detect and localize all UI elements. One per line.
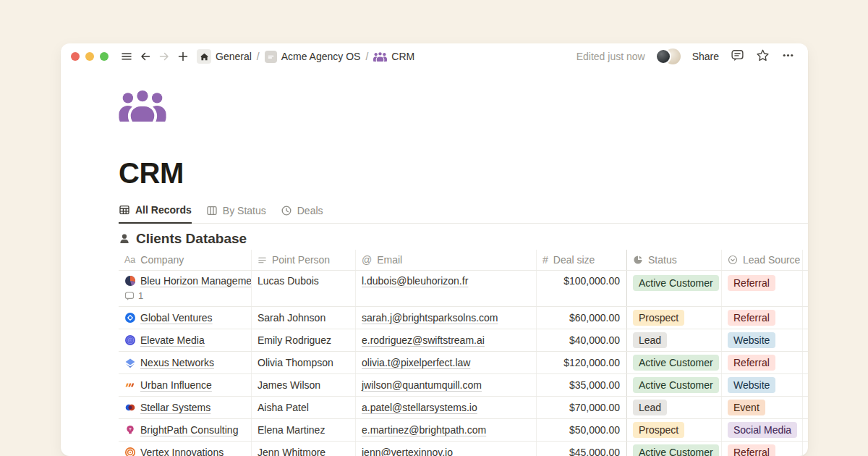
deal-size-cell[interactable]: $60,000.00 — [536, 307, 626, 329]
status-badge: Active Customer — [633, 275, 719, 291]
company-cell[interactable]: Global Ventures — [119, 307, 251, 329]
status-cell[interactable]: Lead — [626, 397, 721, 418]
company-cell[interactable]: Nexus Networks — [119, 352, 251, 373]
company-cell[interactable]: Vertex Innovations — [119, 442, 251, 456]
column-header-deal-size[interactable]: # Deal size — [536, 250, 626, 270]
status-cell[interactable]: Lead — [626, 329, 721, 351]
email-link[interactable]: a.patel@stellarsystems.io — [362, 402, 477, 413]
email-link[interactable]: l.dubois@bleuhorizon.fr — [362, 275, 468, 287]
company-name-link[interactable]: Vertex Innovations — [140, 447, 224, 456]
email-cell[interactable]: e.rodriguez@swiftstream.ai — [355, 329, 536, 351]
breadcrumb-item-acme-agency-os[interactable]: Acme Agency OS — [265, 51, 361, 63]
database-title-label: Clients Database — [136, 231, 247, 247]
comment-indicator[interactable]: 1 — [124, 290, 245, 301]
company-cell[interactable]: Urban Influence — [119, 374, 251, 396]
tab-all-records[interactable]: All Records — [119, 204, 192, 224]
deal-size-cell[interactable]: $45,000.00 — [536, 442, 626, 456]
status-cell[interactable]: Active Customer — [626, 271, 721, 306]
point-person-cell[interactable]: Emily Rodriguez — [251, 329, 355, 351]
company-cell[interactable]: Bleu Horizon Management 1 — [119, 271, 251, 306]
point-person-cell[interactable]: Elena Martinez — [251, 419, 355, 441]
column-header-company[interactable]: Aa Company — [119, 250, 251, 270]
lead-source-cell[interactable]: Referral — [721, 352, 803, 373]
page-cover-icon[interactable] — [119, 88, 166, 122]
column-header-status[interactable]: Status — [626, 250, 721, 270]
minimize-window-button[interactable] — [85, 52, 94, 61]
more-options-button[interactable] — [781, 48, 795, 65]
company-logo-icon — [124, 275, 136, 287]
company-name-link[interactable]: Stellar Systems — [140, 402, 210, 413]
status-cell[interactable]: Prospect — [626, 307, 721, 329]
point-person-cell[interactable]: Lucas Dubois — [251, 271, 355, 306]
comments-button[interactable] — [731, 48, 744, 65]
favorite-button[interactable] — [756, 48, 770, 65]
email-link[interactable]: e.rodriguez@swiftstream.ai — [362, 334, 485, 346]
email-cell[interactable]: e.martinez@brightpath.com — [355, 419, 536, 441]
tab-by-status[interactable]: By Status — [206, 204, 266, 223]
status-cell[interactable]: Active Customer — [626, 374, 721, 396]
lead-source-cell[interactable]: Website — [721, 329, 803, 351]
email-link[interactable]: e.martinez@brightpath.com — [362, 424, 486, 436]
deal-size-cell[interactable]: $35,000.00 — [536, 374, 626, 396]
company-name-link[interactable]: Elevate Media — [140, 334, 205, 346]
deal-size-cell[interactable]: $50,000.00 — [536, 419, 626, 441]
email-link[interactable]: olivia.t@pixelperfect.law — [362, 357, 470, 368]
new-page-button[interactable] — [175, 48, 191, 64]
email-link[interactable]: jenn@vertexinnov.io — [362, 447, 453, 456]
status-cell[interactable]: Prospect — [626, 419, 721, 441]
point-person-cell[interactable]: Aisha Patel — [251, 397, 355, 418]
breadcrumb-label: General — [216, 51, 252, 62]
column-header-lead-source[interactable]: Lead Source — [721, 250, 803, 270]
company-cell[interactable]: Stellar Systems — [119, 397, 251, 418]
column-header-point-person[interactable]: Point Person — [251, 250, 355, 270]
lead-source-cell[interactable]: Social Media — [721, 419, 803, 441]
status-cell[interactable]: Active Customer — [626, 442, 721, 456]
email-link[interactable]: sarah.j@brightsparksolns.com — [362, 312, 498, 324]
share-button[interactable]: Share — [692, 51, 719, 62]
window-toolbar: General / Acme Agency OS / CRM — [61, 43, 808, 69]
collaborator-avatars[interactable] — [655, 48, 681, 64]
close-window-button[interactable] — [71, 52, 80, 61]
tab-deals[interactable]: Deals — [281, 204, 323, 223]
comment-icon — [731, 48, 744, 62]
company-name-link[interactable]: Nexus Networks — [140, 357, 214, 368]
deal-size-cell[interactable]: $40,000.00 — [536, 329, 626, 351]
breadcrumb-item-crm[interactable]: CRM — [373, 51, 414, 62]
breadcrumb-item-general[interactable]: General — [197, 49, 252, 64]
company-cell[interactable]: Elevate Media — [119, 329, 251, 351]
column-header-email[interactable]: @ Email — [355, 250, 536, 270]
lead-source-badge: Event — [728, 400, 765, 415]
notion-window: General / Acme Agency OS / CRM — [61, 43, 808, 456]
status-cell[interactable]: Active Customer — [626, 352, 721, 373]
email-cell[interactable]: olivia.t@pixelperfect.law — [355, 352, 536, 373]
lead-source-cell[interactable]: Website — [721, 374, 803, 396]
deal-size-cell[interactable]: $70,000.00 — [536, 397, 626, 418]
deal-size-cell[interactable]: $100,000.00 — [536, 271, 626, 306]
point-person-cell[interactable]: Jenn Whitmore — [251, 442, 355, 456]
deal-size-cell[interactable]: $120,000.00 — [536, 352, 626, 373]
lead-source-cell[interactable]: Referral — [721, 442, 803, 456]
forward-button[interactable] — [156, 48, 172, 64]
sidebar-toggle-button[interactable] — [119, 48, 135, 64]
lead-source-cell[interactable]: Event — [721, 397, 803, 418]
zoom-window-button[interactable] — [100, 52, 109, 61]
email-link[interactable]: jwilson@quantumquill.com — [362, 379, 482, 391]
back-button[interactable] — [137, 48, 153, 64]
lead-source-badge: Referral — [728, 444, 775, 456]
home-icon — [197, 49, 211, 64]
email-cell[interactable]: jwilson@quantumquill.com — [355, 374, 536, 396]
company-cell[interactable]: BrightPath Consulting — [119, 419, 251, 441]
company-name-link[interactable]: Urban Influence — [140, 379, 212, 391]
email-cell[interactable]: jenn@vertexinnov.io — [355, 442, 536, 456]
company-name-link[interactable]: Bleu Horizon Management — [140, 275, 251, 287]
lead-source-cell[interactable]: Referral — [721, 307, 803, 329]
point-person-cell[interactable]: Olivia Thompson — [251, 352, 355, 373]
email-cell[interactable]: l.dubois@bleuhorizon.fr — [355, 271, 536, 306]
point-person-cell[interactable]: Sarah Johnson — [251, 307, 355, 329]
company-name-link[interactable]: BrightPath Consulting — [140, 424, 238, 436]
email-cell[interactable]: a.patel@stellarsystems.io — [355, 397, 536, 418]
lead-source-cell[interactable]: Referral — [721, 271, 803, 306]
email-cell[interactable]: sarah.j@brightsparksolns.com — [355, 307, 536, 329]
point-person-cell[interactable]: James Wilson — [251, 374, 355, 396]
company-name-link[interactable]: Global Ventures — [140, 312, 213, 324]
